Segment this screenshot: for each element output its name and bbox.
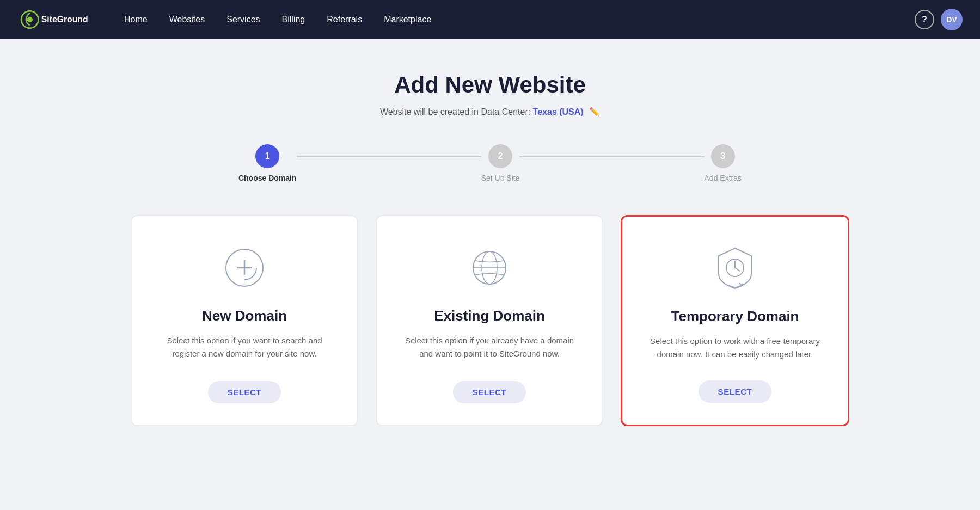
new-domain-card[interactable]: New Domain Select this option if you wan… (131, 215, 358, 426)
page-content: Add New Website Website will be created … (109, 39, 871, 470)
step-3-label: Add Extras (705, 174, 742, 182)
stepper-steps: 1 Choose Domain 2 Set Up Site 3 Add Extr… (238, 144, 742, 182)
step-1: 1 Choose Domain (238, 144, 297, 182)
temporary-domain-card[interactable]: Temporary Domain Select this option to w… (621, 215, 849, 426)
svg-line-11 (735, 268, 740, 271)
existing-domain-card[interactable]: Existing Domain Select this option if yo… (376, 215, 603, 426)
svg-text:SiteGround: SiteGround (41, 15, 88, 24)
page-subtitle: Website will be created in Data Center: … (131, 107, 849, 117)
new-domain-desc: Select this option if you want to search… (154, 334, 335, 361)
existing-domain-icon (465, 243, 514, 292)
new-domain-select-button[interactable]: SELECT (208, 381, 281, 403)
step-3: 3 Add Extras (705, 144, 742, 182)
page-title: Add New Website (131, 72, 849, 98)
logo[interactable]: SiteGround (17, 7, 94, 32)
temporary-domain-icon (710, 244, 759, 293)
new-domain-icon (220, 243, 269, 292)
nav-home-link[interactable]: Home (115, 10, 156, 29)
svg-point-1 (27, 17, 33, 23)
nav-referrals-link[interactable]: Referrals (318, 10, 371, 29)
step-1-circle: 1 (255, 144, 279, 168)
nav-websites-link[interactable]: Websites (161, 10, 214, 29)
temporary-domain-select-button[interactable]: SELECT (699, 380, 772, 403)
existing-domain-desc: Select this option if you already have a… (399, 334, 580, 361)
step-line-2 (519, 156, 704, 157)
datacenter-link[interactable]: Texas (USA) (533, 107, 584, 116)
nav-marketplace-link[interactable]: Marketplace (375, 10, 440, 29)
navbar: SiteGround Home Websites Services Billin… (0, 0, 980, 39)
temporary-domain-title: Temporary Domain (671, 308, 799, 325)
stepper: 1 Choose Domain 2 Set Up Site 3 Add Extr… (131, 144, 849, 182)
existing-domain-title: Existing Domain (434, 308, 545, 324)
nav-right: ? DV (915, 9, 963, 30)
existing-domain-select-button[interactable]: SELECT (453, 381, 526, 403)
nav-links: Home Websites Services Billing Referrals… (115, 10, 915, 29)
new-domain-title: New Domain (202, 308, 287, 324)
step-2-label: Set Up Site (481, 174, 520, 182)
user-avatar[interactable]: DV (941, 9, 963, 30)
step-3-circle: 3 (711, 144, 735, 168)
help-button[interactable]: ? (915, 10, 934, 29)
edit-datacenter-icon[interactable]: ✏️ (589, 107, 600, 116)
nav-services-link[interactable]: Services (218, 10, 268, 29)
step-1-label: Choose Domain (238, 174, 297, 182)
step-2-circle: 2 (488, 144, 512, 168)
step-2: 2 Set Up Site (481, 144, 520, 182)
temporary-domain-desc: Select this option to work with a free t… (644, 335, 826, 361)
step-line-1 (297, 156, 481, 157)
domain-cards: New Domain Select this option if you wan… (131, 215, 849, 426)
nav-billing-link[interactable]: Billing (273, 10, 314, 29)
